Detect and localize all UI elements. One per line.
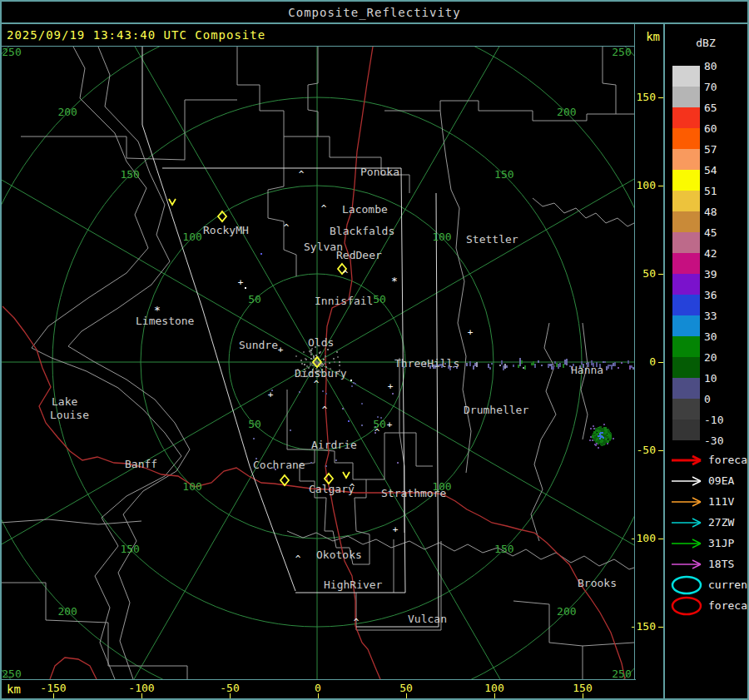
echo-bar — [563, 364, 564, 368]
highway-line — [50, 658, 97, 679]
colorbar-label: 10 — [704, 372, 741, 385]
city-label: Cochrane — [253, 459, 305, 471]
storm-fringe — [607, 443, 608, 444]
clutter-speck — [321, 363, 323, 365]
echo-speck — [361, 424, 363, 426]
storm-core — [598, 435, 599, 437]
checkmark-icon — [169, 199, 176, 205]
echo-dot — [348, 420, 350, 422]
ring-label-100: 100 — [432, 231, 451, 243]
colorbar-swatch — [672, 107, 700, 128]
sector-line — [401, 168, 405, 593]
clutter-speck — [295, 355, 297, 357]
echo-bar — [548, 364, 549, 368]
echo-bar — [524, 365, 526, 370]
x-axis-tick-label: 50 — [386, 682, 426, 694]
echo-bar — [521, 360, 523, 364]
echo-bar — [504, 364, 506, 369]
echo-speck — [351, 385, 353, 387]
x-axis-tick-label: -50 — [210, 682, 250, 694]
plus-marker-icon: + — [468, 327, 474, 338]
boundary-line — [366, 433, 433, 479]
storm-cell — [594, 436, 597, 439]
storm-core — [599, 435, 601, 437]
echo-bar — [541, 365, 543, 366]
legend-label: current — [708, 578, 749, 591]
asterisk-marker-icon: * — [391, 275, 398, 287]
colorbar-swatch — [672, 253, 700, 274]
colorbar-swatch — [672, 399, 700, 420]
legend-label: 09EA — [708, 474, 734, 487]
legend-arrow-icon — [671, 558, 706, 571]
colorbar-swatch — [672, 274, 700, 295]
x-axis-tick-label: 100 — [474, 682, 514, 694]
colorbar-label: 39 — [704, 268, 741, 280]
ring-label-200: 200 — [57, 605, 77, 618]
city-label: Calgary — [309, 483, 355, 495]
echo-bar — [549, 364, 551, 366]
ring-label-250: 250 — [612, 47, 631, 58]
storm-fringe — [589, 439, 591, 441]
clutter-speck — [310, 362, 311, 364]
echo-bar — [551, 364, 553, 370]
boundary-line — [268, 137, 296, 276]
legend-arrow-icon — [671, 516, 706, 529]
ring-label-150: 150 — [120, 168, 139, 181]
city-label: Innisfail — [315, 295, 373, 307]
legend-ellipse-icon — [670, 596, 703, 619]
colorbar-label: -30 — [704, 434, 741, 447]
echo-speck — [299, 391, 300, 393]
echo-speck — [335, 459, 337, 461]
boundary-line — [533, 198, 634, 226]
legend-label: 27ZW — [708, 516, 734, 529]
storm-cell — [605, 438, 608, 440]
echo-bar — [613, 363, 614, 366]
map-bottom-border — [0, 679, 636, 680]
legend-arrow-icon — [671, 537, 706, 550]
city-label: Drumheller — [464, 404, 528, 416]
caret-marker-icon: ^ — [299, 169, 305, 180]
clutter-speck — [329, 362, 330, 364]
clutter-speck — [339, 365, 340, 366]
window-left-border — [0, 0, 2, 700]
ring-label-150: 150 — [120, 543, 139, 555]
echo-speck — [392, 393, 394, 395]
echo-bar — [533, 361, 534, 365]
clutter-speck — [310, 354, 312, 355]
colorbar-label: 42 — [704, 247, 741, 260]
ring-label-150: 150 — [494, 168, 513, 181]
echo-bar — [489, 367, 491, 370]
boundary-line — [531, 323, 556, 541]
ring-label-50: 50 — [373, 293, 386, 305]
ring-label-50: 50 — [373, 418, 386, 430]
echo-bar — [556, 363, 558, 367]
sector-line — [436, 193, 439, 627]
city-label: Limestone — [136, 315, 195, 327]
colorbar-swatch — [672, 211, 700, 232]
radar-map-canvas[interactable]: ^^^^^^^^^^+++++++**505050501001001001001… — [0, 47, 635, 679]
colorbar-label: 65 — [704, 102, 741, 114]
clutter-speck — [339, 361, 340, 363]
colorbar-swatch — [672, 315, 700, 336]
city-label: Vulcan — [408, 613, 447, 625]
radar-map-display[interactable]: ^^^^^^^^^^+++++++**505050501001001001001… — [0, 47, 635, 679]
echo-bar — [501, 360, 503, 365]
legend-arrow-icon — [671, 495, 706, 509]
clutter-speck — [304, 364, 305, 365]
panel-left-border — [663, 24, 665, 700]
colorbar-label: 57 — [704, 143, 741, 156]
plus-marker-icon: + — [387, 420, 393, 430]
colorbar-label: 30 — [704, 330, 741, 343]
x-axis-tick-label: -100 — [122, 682, 161, 694]
storm-cell — [608, 435, 611, 438]
echo-bar — [488, 364, 489, 368]
city-label: Banff — [125, 458, 157, 470]
city-label: Okotoks — [316, 549, 362, 561]
clutter-speck — [300, 360, 302, 361]
caret-marker-icon: ^ — [343, 269, 349, 280]
legend-arrow-icon — [671, 474, 706, 488]
caret-marker-icon: ^ — [284, 222, 290, 233]
colorbar-swatch — [672, 232, 700, 253]
echo-speck — [290, 429, 291, 431]
boundary-line — [21, 100, 237, 160]
